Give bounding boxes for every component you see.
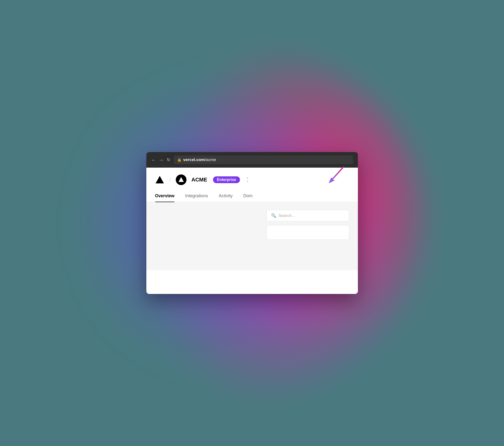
- main-content: 🔍 Search...: [146, 202, 358, 270]
- card-partial: [267, 225, 349, 240]
- url-domain: vercel.com: [183, 157, 205, 162]
- tab-domains[interactable]: Dom: [238, 190, 258, 202]
- svg-marker-1: [179, 177, 184, 182]
- tab-activity[interactable]: Activity: [214, 190, 238, 202]
- browser-nav: ← → ↻: [151, 157, 170, 163]
- team-switcher[interactable]: ⌃ ⌄: [246, 178, 249, 182]
- team-name: ACME: [191, 177, 207, 183]
- browser-content: / ACME Enterprise ⌃ ⌄ Overview Integrati…: [146, 168, 358, 294]
- search-box[interactable]: 🔍 Search...: [267, 210, 349, 221]
- svg-marker-0: [156, 176, 164, 183]
- lock-icon: 🔒: [177, 158, 181, 162]
- search-placeholder: Search...: [279, 213, 295, 218]
- url-text: vercel.com/acme: [183, 157, 216, 162]
- nav-tabs: Overview Integrations Activity Dom: [146, 190, 358, 202]
- second-row: [155, 225, 349, 240]
- vercel-logo: [155, 175, 164, 184]
- address-bar[interactable]: 🔒 vercel.com/acme: [174, 155, 353, 164]
- url-path: /acme: [205, 157, 216, 162]
- tab-integrations[interactable]: Integrations: [180, 190, 214, 202]
- search-row: 🔍 Search...: [155, 210, 349, 221]
- team-avatar: [176, 174, 186, 185]
- refresh-button[interactable]: ↻: [167, 157, 170, 163]
- forward-button[interactable]: →: [159, 157, 164, 162]
- back-button[interactable]: ←: [151, 157, 156, 162]
- browser-window: ← → ↻ 🔒 vercel.com/acme / AC: [146, 152, 358, 294]
- breadcrumb-separator: /: [169, 176, 171, 183]
- site-header: / ACME Enterprise ⌃ ⌄: [146, 168, 358, 185]
- search-icon: 🔍: [271, 213, 276, 218]
- enterprise-badge: Enterprise: [213, 176, 240, 183]
- tab-overview[interactable]: Overview: [155, 190, 180, 202]
- browser-chrome: ← → ↻ 🔒 vercel.com/acme: [146, 152, 358, 168]
